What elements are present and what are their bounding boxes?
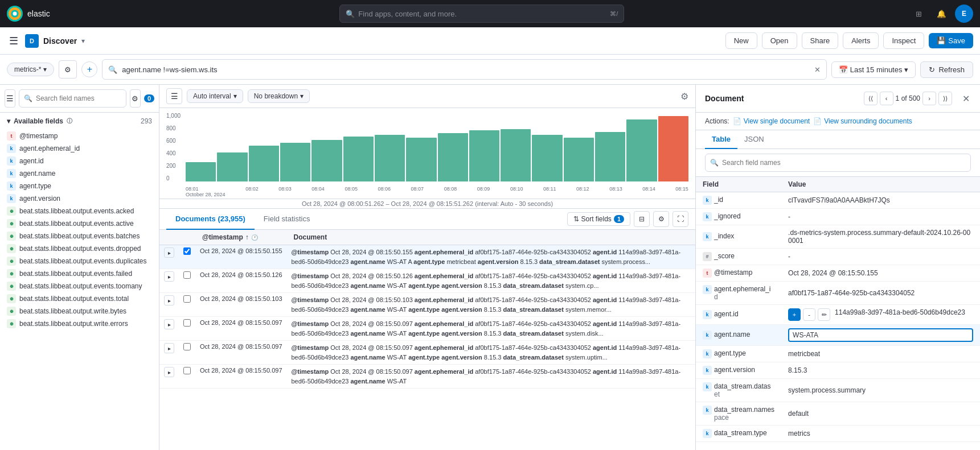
index-pattern-pill[interactable]: metrics-* ▾ — [7, 63, 54, 76]
filter-options-btn[interactable]: ⚙ — [59, 60, 77, 79]
row-checkbox[interactable] — [183, 271, 191, 279]
filter-add-value-btn[interactable]: + — [788, 308, 801, 321]
query-input-wrap: 🔍 ✕ — [102, 59, 826, 80]
settings-btn[interactable]: ⚙ — [653, 211, 669, 227]
x-label: 08:11 — [543, 186, 556, 197]
add-filter-btn[interactable]: + — [81, 61, 97, 77]
tab-documents[interactable]: Documents (23,955) — [166, 209, 255, 230]
tab-table[interactable]: Table — [705, 130, 737, 149]
field-type-k: k — [703, 406, 712, 415]
sidebar-filter-btn[interactable]: ⚙ — [130, 89, 141, 108]
list-item[interactable]: ⊕ beat.stats.libbeat.output.events.acked — [0, 205, 159, 217]
panel-first-btn[interactable]: ⟨⟨ — [864, 92, 878, 105]
share-button[interactable]: Share — [802, 32, 839, 49]
field-name: beat.stats.libbeat.output.events.failed — [19, 270, 132, 278]
row-expand-btn[interactable]: ▸ — [164, 367, 174, 377]
col-timestamp[interactable]: @timestamp ↑ 🕐 — [195, 230, 287, 245]
grid-icon-btn[interactable]: ⊞ — [909, 5, 928, 23]
list-item[interactable]: k agent.id — [0, 155, 159, 167]
row-checkbox[interactable] — [183, 319, 191, 327]
panel-nav: ⟨⟨ ‹ 1 of 500 › ⟩⟩ — [864, 92, 952, 105]
list-item[interactable]: ⊕ beat.stats.libbeat.output.write.bytes — [0, 305, 159, 317]
table-row[interactable]: ▸ Oct 28, 2024 @ 08:15:50.155 @timestamp… — [159, 245, 695, 269]
edit-value-btn[interactable]: ✏ — [818, 308, 830, 321]
list-item[interactable]: ⊕ beat.stats.libbeat.output.events.tooma… — [0, 280, 159, 292]
row-expand-btn[interactable]: ▸ — [164, 247, 174, 258]
field-row: kagent.ephemeral_id af0bf175-1a87-464e-9… — [696, 282, 980, 305]
table-row[interactable]: ▸ Oct 28, 2024 @ 08:15:50.097 @timestamp… — [159, 317, 695, 341]
expand-btn[interactable]: ⛶ — [673, 211, 688, 227]
field-type-k: k — [703, 331, 712, 340]
clear-query-btn[interactable]: ✕ — [814, 65, 821, 74]
table-row[interactable]: ▸ Oct 28, 2024 @ 08:15:50.097 @timestamp… — [159, 341, 695, 365]
list-item[interactable]: k agent.type — [0, 180, 159, 192]
breakdown-dropdown[interactable]: No breakdown ▾ — [248, 89, 310, 103]
sort-fields-btn[interactable]: ⇅ Sort fields 1 — [567, 212, 630, 226]
panel-next-btn[interactable]: › — [922, 92, 936, 105]
toggle-fields-btn[interactable]: ☰ — [5, 89, 15, 108]
editing-value[interactable]: WS-ATA — [788, 328, 973, 342]
filter-remove-value-btn[interactable]: - — [803, 308, 815, 321]
list-item[interactable]: ⊕ beat.stats.libbeat.output.write.errors — [0, 317, 159, 330]
columns-btn[interactable]: ⊟ — [634, 211, 650, 227]
panel-header: Document ⟨⟨ ‹ 1 of 500 › ⟩⟩ ✕ — [696, 85, 980, 113]
field-name: beat.stats.libbeat.output.events.total — [19, 295, 129, 303]
time-picker[interactable]: 📅 Last 15 minutes ▾ — [831, 61, 916, 78]
elastic-wordmark: elastic — [27, 9, 50, 18]
inspect-button[interactable]: Inspect — [883, 32, 924, 49]
bell-icon-btn[interactable]: 🔔 — [932, 5, 950, 23]
row-checkbox[interactable] — [183, 367, 191, 374]
row-expand-btn[interactable]: ▸ — [164, 271, 174, 282]
sidebar-search-input[interactable] — [36, 94, 121, 102]
panel-search-input[interactable] — [722, 159, 966, 167]
view-single-doc-link[interactable]: 📄 View single document — [733, 117, 810, 125]
panel-total: 500 — [909, 94, 920, 102]
panel-prev-btn[interactable]: ‹ — [880, 92, 893, 105]
alerts-button[interactable]: Alerts — [843, 32, 879, 49]
list-item[interactable]: ⊕ beat.stats.libbeat.output.events.batch… — [0, 230, 159, 242]
row-checkbox[interactable] — [183, 247, 191, 255]
available-fields-section[interactable]: ▾ Available fields ⓘ 293 — [0, 113, 159, 130]
row-document: @timestamp Oct 28, 2024 @ 08:15:50.155 a… — [287, 245, 696, 269]
table-row[interactable]: ▸ Oct 28, 2024 @ 08:15:50.097 @timestamp… — [159, 365, 695, 389]
list-item[interactable]: k agent.ephemeral_id — [0, 142, 159, 155]
row-expand-btn[interactable]: ▸ — [164, 295, 174, 305]
open-button[interactable]: Open — [762, 32, 797, 49]
hamburger-btn[interactable]: ☰ — [7, 32, 20, 49]
panel-tabs: Table JSON — [696, 130, 980, 149]
chart-toggle-btn[interactable]: ☰ — [166, 88, 182, 104]
save-button[interactable]: 💾 Save — [929, 33, 973, 48]
list-item[interactable]: ⊕ beat.stats.libbeat.output.events.activ… — [0, 217, 159, 230]
panel-last-btn[interactable]: ⟩⟩ — [938, 92, 952, 105]
list-item[interactable]: ⊕ beat.stats.libbeat.output.events.faile… — [0, 267, 159, 280]
field-value: metrics — [781, 426, 980, 442]
list-item[interactable]: k agent.version — [0, 192, 159, 205]
new-button[interactable]: New — [725, 32, 757, 49]
y-label: 400 — [166, 150, 183, 156]
tab-json[interactable]: JSON — [737, 130, 771, 149]
row-expand-btn[interactable]: ▸ — [164, 343, 174, 353]
discover-chevron[interactable]: ▾ — [81, 37, 85, 45]
table-row[interactable]: ▸ Oct 28, 2024 @ 08:15:50.126 @timestamp… — [159, 269, 695, 293]
user-avatar[interactable]: E — [955, 5, 973, 23]
row-checkbox[interactable] — [183, 295, 191, 303]
panel-close-btn[interactable]: ✕ — [961, 92, 971, 105]
list-item[interactable]: ⊕ beat.stats.libbeat.output.events.total — [0, 292, 159, 305]
chart-settings-btn[interactable]: ⚙ — [680, 91, 688, 102]
interval-dropdown[interactable]: Auto interval ▾ — [187, 89, 243, 103]
query-input[interactable] — [122, 65, 809, 74]
refresh-button[interactable]: ↻ Refresh — [920, 61, 973, 78]
list-item[interactable]: ⊕ beat.stats.libbeat.output.events.dupli… — [0, 255, 159, 267]
list-item[interactable]: k agent.name — [0, 167, 159, 180]
list-item[interactable]: t @timestamp — [0, 130, 159, 142]
view-surrounding-docs-link[interactable]: 📄 View surrounding documents — [813, 117, 912, 125]
field-type-geo: ⊕ — [7, 307, 16, 316]
global-search[interactable]: 🔍 Find apps, content, and more. ⌘/ — [339, 5, 624, 23]
row-expand-btn[interactable]: ▸ — [164, 319, 174, 329]
tab-field-statistics[interactable]: Field statistics — [255, 209, 319, 230]
panel-actions: Actions: 📄 View single document 📄 View s… — [696, 113, 980, 130]
table-row[interactable]: ▸ Oct 28, 2024 @ 08:15:50.103 @timestamp… — [159, 293, 695, 317]
row-checkbox[interactable] — [183, 343, 191, 350]
list-item[interactable]: ⊕ beat.stats.libbeat.output.events.dropp… — [0, 242, 159, 255]
sort-fields-label: Sort fields — [581, 215, 612, 223]
